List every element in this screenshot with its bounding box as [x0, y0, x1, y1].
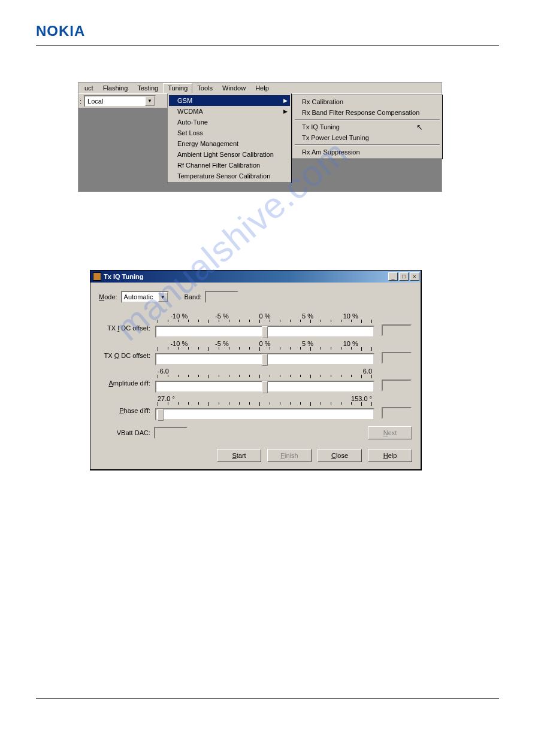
gsm-item[interactable]: Tx IQ Tuning↖: [294, 122, 441, 132]
slider-thumb[interactable]: [262, 326, 268, 338]
mode-value: Local: [85, 98, 145, 105]
header-rule: [36, 45, 499, 46]
slider-track[interactable]: [155, 381, 374, 393]
app-icon: [93, 272, 101, 281]
footer-rule: [36, 698, 499, 699]
gsm-item[interactable]: Tx Power Level Tuning: [294, 132, 441, 143]
next-button[interactable]: Next: [368, 426, 412, 439]
submenu-arrow-icon: ▶: [283, 98, 288, 104]
scale-label: 153.0 °: [351, 395, 372, 402]
scale-label: 5 %: [286, 340, 330, 347]
menu-item-window[interactable]: Window: [217, 83, 250, 93]
scale-label: -6.0: [158, 368, 169, 375]
gsm-item[interactable]: Rx Am Suppression: [294, 147, 441, 157]
menu-item-help[interactable]: Help: [250, 83, 274, 93]
gsm-submenu: Rx CalibrationRx Band Filter Response Co…: [292, 95, 443, 159]
tuning-dropdown: GSM▶WCDMA▶Auto-TuneSet LossEnergy Manage…: [167, 93, 292, 183]
scale-label: 0 %: [243, 312, 286, 320]
band-field: [205, 291, 238, 303]
slider-value-box: [382, 324, 412, 336]
slider-thumb[interactable]: [158, 409, 164, 421]
mode-select-value: Automatic: [122, 293, 158, 300]
menu-item-testing[interactable]: Testing: [132, 83, 163, 93]
mode-select[interactable]: Automatic ▼: [121, 291, 169, 303]
slider-label: TX Q DC offset:: [99, 340, 154, 359]
band-label: Band:: [185, 293, 202, 300]
slider-label: Amplitude diff:: [99, 368, 154, 387]
menubar: uctFlashingTestingTuningToolsWindowHelp: [78, 83, 442, 93]
help-button[interactable]: Help: [368, 449, 412, 462]
chevron-down-icon[interactable]: ▼: [145, 96, 155, 106]
dialog-title: Tx IQ Tuning: [104, 273, 387, 280]
scale-label: 10 %: [329, 312, 372, 320]
vbatt-label: VBatt DAC:: [99, 429, 154, 436]
scale-label: 5 %: [286, 312, 330, 320]
close-button[interactable]: Close: [318, 449, 362, 462]
titlebar: Tx IQ Tuning _ □ ×: [90, 271, 421, 283]
menu-separator: [295, 119, 440, 120]
slider-track[interactable]: [155, 326, 374, 338]
tuning-item[interactable]: Ambient Light Sensor Calibration: [169, 149, 290, 160]
scale-label: 0 %: [243, 340, 286, 347]
tx-iq-tuning-dialog: Tx IQ Tuning _ □ × Mode: Automatic ▼ Ban…: [90, 270, 422, 470]
scale-label: -5 %: [201, 312, 244, 320]
menu-item-tools[interactable]: Tools: [192, 83, 217, 93]
gsm-item[interactable]: Rx Band Filter Response Compensation: [294, 107, 441, 118]
gsm-item[interactable]: Rx Calibration: [294, 96, 441, 107]
slider-value-box: [382, 379, 412, 391]
nokia-logo: NOKIA: [36, 23, 499, 40]
submenu-arrow-icon: ▶: [283, 108, 288, 114]
tuning-item[interactable]: Auto-Tune: [169, 117, 290, 127]
slider-value-box: [382, 407, 412, 419]
scale-label: 10 %: [329, 340, 372, 347]
tuning-item[interactable]: Set Loss: [169, 127, 290, 138]
maximize-button[interactable]: □: [399, 272, 409, 281]
slider-thumb[interactable]: [262, 354, 268, 366]
slider-track[interactable]: [155, 408, 374, 420]
finish-button[interactable]: Finish: [267, 449, 312, 462]
tuning-item[interactable]: Rf Channel Filter Calibration: [169, 160, 290, 171]
scale-label: 27.0 °: [158, 395, 175, 402]
menu-item-tuning[interactable]: Tuning: [163, 83, 192, 93]
menu-separator: [295, 144, 440, 145]
close-button[interactable]: ×: [410, 272, 419, 281]
slider-thumb[interactable]: [262, 381, 268, 393]
scale-label: -5 %: [201, 340, 244, 347]
chevron-down-icon[interactable]: ▼: [158, 292, 168, 302]
scale-label: -10 %: [158, 312, 201, 320]
tuning-item[interactable]: Energy Management: [169, 138, 290, 149]
scale-label: 6.0: [363, 368, 372, 375]
vbatt-field: [154, 427, 188, 439]
tuning-item[interactable]: GSM▶: [169, 95, 290, 106]
menu-item-flashing[interactable]: Flashing: [98, 83, 133, 93]
menu-item-uct[interactable]: uct: [80, 83, 98, 93]
cursor-icon: ↖: [416, 123, 423, 132]
slider-track[interactable]: [155, 353, 374, 365]
minimize-button[interactable]: _: [388, 272, 398, 281]
slider-value-box: [382, 352, 412, 364]
slider-label: TX I DC offset:: [99, 312, 154, 332]
mode-colon: :: [80, 98, 81, 105]
tuning-item[interactable]: WCDMA▶: [169, 106, 290, 117]
slider-label: Phase diff:: [99, 395, 154, 414]
scale-label: -10 %: [158, 340, 201, 347]
tuning-item[interactable]: Temperature Sensor Calibration: [169, 171, 290, 181]
start-button[interactable]: Start: [217, 449, 261, 462]
mode-combo[interactable]: Local ▼: [84, 95, 156, 107]
menu-screenshot: uctFlashingTestingTuningToolsWindowHelp …: [78, 82, 442, 192]
mode-label: Mode:: [99, 293, 117, 300]
